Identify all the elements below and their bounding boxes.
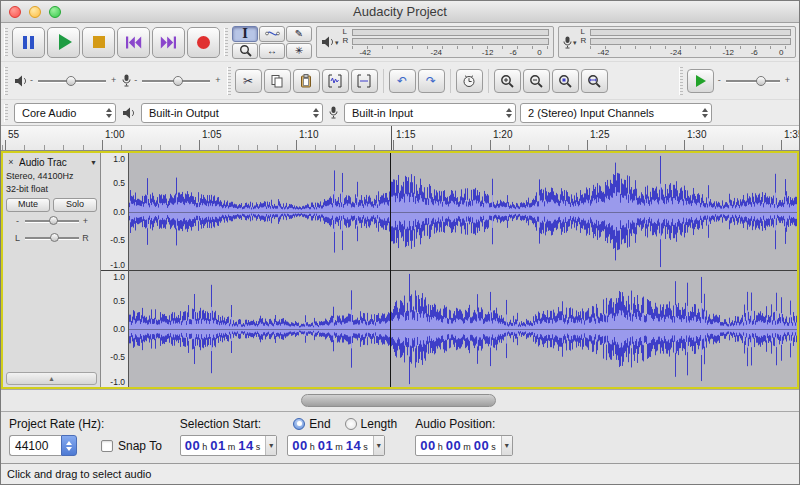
toolbar-grip[interactable]	[679, 67, 683, 95]
multi-tool-button[interactable]: ✳	[286, 43, 312, 59]
zoom-tool-button[interactable]	[232, 43, 258, 59]
sync-lock-tracks-button[interactable]	[456, 69, 483, 93]
pause-button[interactable]	[12, 27, 45, 58]
vertical-ruler-left-channel[interactable]: 1.0 0.5 0.0 -0.5 -1.0	[101, 153, 128, 270]
vruler-label: 0.5	[113, 179, 125, 188]
output-volume-slider[interactable]: - +	[12, 73, 118, 89]
copy-button[interactable]	[264, 69, 291, 93]
selection-tool-button[interactable]: I	[232, 26, 258, 42]
playback-meter[interactable]: ▾ L R -42 -24 -12 -6 0	[316, 26, 554, 58]
radio-end[interactable]: End	[293, 417, 330, 431]
snap-to-label: Snap To	[118, 439, 162, 453]
chevron-down-icon[interactable]: ▾	[501, 436, 512, 455]
toolbar-grip[interactable]	[4, 67, 8, 95]
audio-host-select[interactable]: Core Audio	[14, 103, 116, 123]
mute-button[interactable]: Mute	[6, 198, 50, 212]
output-volume-groove[interactable]	[36, 73, 108, 89]
end-radio-button[interactable]	[293, 418, 305, 430]
titlebar[interactable]: Audacity Project	[1, 1, 799, 23]
input-device-value: Built-in Input	[352, 107, 502, 119]
slider-thumb[interactable]	[756, 76, 766, 86]
input-volume-groove[interactable]	[140, 73, 212, 89]
solo-button[interactable]: Solo	[53, 198, 97, 212]
vertical-ruler-right-channel[interactable]: 1.0 0.5 0.0 -0.5 -1.0	[101, 271, 128, 387]
toolbar-grip[interactable]	[4, 104, 8, 122]
waveform-right-channel[interactable]	[129, 271, 797, 387]
minutes-unit: m	[335, 443, 343, 452]
radio-length[interactable]: Length	[345, 417, 398, 431]
chevron-down-icon[interactable]: ▾	[373, 436, 384, 455]
waveform-display[interactable]	[129, 153, 797, 387]
recording-meter-bars[interactable]: L R -42 -24 -12 -6 0	[581, 28, 791, 56]
horizontal-scrollbar[interactable]	[1, 389, 799, 411]
output-device-select[interactable]: Built-in Output	[141, 103, 323, 123]
undo-button[interactable]: ↶	[389, 69, 416, 93]
zoom-window-button[interactable]	[49, 6, 61, 18]
cut-button[interactable]: ✂	[235, 69, 262, 93]
gain-slider[interactable]: - +	[6, 214, 97, 229]
record-button[interactable]	[187, 27, 220, 58]
chevron-down-icon: ▾	[573, 39, 577, 46]
chevron-down-icon[interactable]: ▾	[265, 436, 276, 455]
minimize-window-button[interactable]	[29, 6, 41, 18]
selection-start-field[interactable]: 00 h 01 m 14 s ▾	[180, 435, 277, 456]
collapse-track-button[interactable]: ▴	[6, 372, 97, 385]
redo-button[interactable]: ↷	[418, 69, 445, 93]
skip-to-start-button[interactable]	[117, 27, 150, 58]
speed-groove[interactable]	[724, 73, 782, 89]
skip-to-end-button[interactable]	[152, 27, 185, 58]
pan-slider[interactable]: L R	[6, 231, 97, 246]
recording-meter-menu[interactable]: ▾	[563, 36, 577, 49]
audio-position-field[interactable]: 00 h 00 m 00 s ▾	[415, 435, 512, 456]
play-button[interactable]	[47, 27, 80, 58]
toolbar-grip[interactable]	[224, 28, 228, 56]
vertical-ruler[interactable]: 1.0 0.5 0.0 -0.5 -1.0 1.0 0.5 0.0 -0.5 -…	[101, 153, 129, 387]
project-rate-combo[interactable]: 44100	[9, 435, 77, 456]
toolbar-grip[interactable]	[4, 28, 8, 56]
track-menu-dropdown-icon[interactable]: ▼	[90, 159, 97, 166]
playback-meter-menu[interactable]: ▾	[321, 36, 339, 48]
trim-audio-button[interactable]	[322, 69, 349, 93]
playback-meter-bars[interactable]: L R -42 -24 -12 -6 0	[343, 28, 549, 56]
gain-groove[interactable]	[24, 215, 80, 227]
pan-groove[interactable]	[24, 232, 80, 244]
snap-to-control[interactable]: Snap To	[101, 439, 162, 453]
slider-thumb[interactable]	[66, 76, 76, 86]
close-track-button[interactable]: ×	[6, 158, 16, 167]
fit-project-button[interactable]	[581, 69, 608, 93]
selection-end-field[interactable]: 00 h 01 m 14 s ▾	[287, 435, 384, 456]
playback-speed-slider[interactable]: - +	[716, 73, 792, 89]
zoom-in-button[interactable]	[494, 69, 521, 93]
status-message: Click and drag to select audio	[7, 468, 151, 480]
silence-audio-button[interactable]	[351, 69, 378, 93]
project-rate-label: Project Rate (Hz):	[9, 417, 104, 431]
hours-value: 00	[185, 439, 200, 452]
input-channels-select[interactable]: 2 (Stereo) Input Channels	[520, 103, 712, 123]
project-rate-value[interactable]: 44100	[9, 435, 61, 456]
fit-selection-button[interactable]	[552, 69, 579, 93]
play-at-speed-button[interactable]	[687, 69, 714, 93]
snap-to-checkbox[interactable]	[101, 440, 113, 452]
microphone-icon	[563, 36, 572, 49]
recording-meter[interactable]: ▾ L R -42 -24 -12 -6 0	[558, 26, 796, 58]
slider-thumb[interactable]	[173, 76, 183, 86]
paste-button[interactable]	[293, 69, 320, 93]
length-radio-button[interactable]	[345, 418, 357, 430]
toolbar-grip[interactable]	[227, 67, 231, 95]
time-shift-tool-button[interactable]: ↔	[259, 43, 285, 59]
input-device-select[interactable]: Built-in Input	[344, 103, 516, 123]
waveform-left-channel[interactable]	[129, 153, 797, 270]
draw-tool-button[interactable]: ✎	[286, 26, 312, 42]
input-volume-slider[interactable]: - +	[120, 73, 222, 89]
envelope-tool-button[interactable]	[259, 26, 285, 42]
scale-tick-label: -6	[751, 49, 758, 57]
slider-thumb[interactable]	[49, 216, 58, 225]
scrollbar-thumb[interactable]	[301, 394, 496, 407]
track-name[interactable]: Audio Trac	[19, 157, 87, 168]
close-window-button[interactable]	[9, 6, 21, 18]
timeline-ruler[interactable]: 55 1:00 1:05 1:10 1:15 1:20 1:25 1:30 1:…	[1, 125, 799, 151]
stop-button[interactable]	[82, 27, 115, 58]
slider-thumb[interactable]	[50, 233, 59, 242]
zoom-out-button[interactable]	[523, 69, 550, 93]
project-rate-stepper[interactable]	[61, 435, 77, 456]
